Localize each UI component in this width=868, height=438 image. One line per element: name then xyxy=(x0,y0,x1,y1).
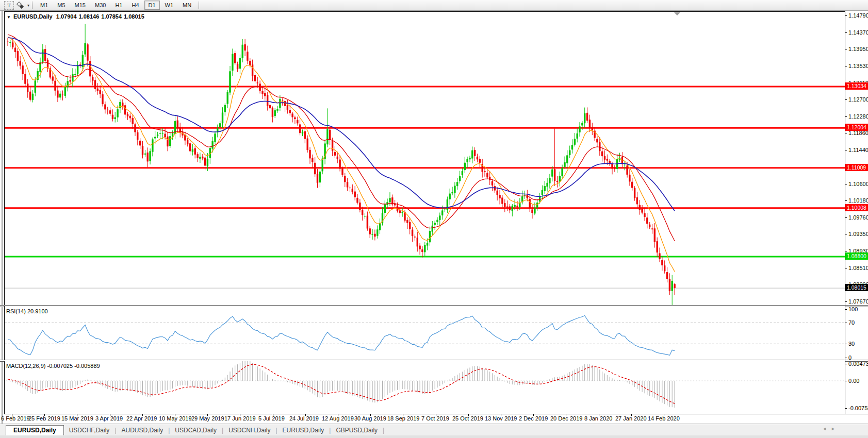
price-tick-label: 1.10180 xyxy=(848,197,868,204)
tab-separator: | xyxy=(383,427,384,434)
collapse-triangle-icon[interactable]: ▼ xyxy=(7,15,11,20)
quote-high: 1.08146 xyxy=(79,13,100,20)
axis-tick xyxy=(845,184,847,184)
axis-tick xyxy=(845,32,847,33)
timeframe-button-m5[interactable]: M5 xyxy=(53,1,69,10)
timeframe-button-h4[interactable]: H4 xyxy=(127,1,143,10)
date-label: 2 Dec 2019 xyxy=(519,415,548,422)
axis-tick xyxy=(845,358,847,358)
rsi-tick-label: 100 xyxy=(848,306,868,313)
price-tick-label: 1.10600 xyxy=(848,181,868,188)
axis-tick xyxy=(845,408,847,409)
price-axis-line xyxy=(845,11,845,414)
date-label: 17 Jun 2019 xyxy=(224,415,256,422)
current-price-label: 1.08015 xyxy=(845,284,868,291)
timeframe-buttons: M1M5M15M30H1H4D1W1MN xyxy=(36,1,196,10)
date-label: 25 Feb 2019 xyxy=(28,415,60,422)
chart-left-border xyxy=(2,10,3,435)
timeframe-button-m15[interactable]: M15 xyxy=(71,1,90,10)
level-price-label: 1.12004 xyxy=(845,124,868,131)
axis-tick xyxy=(845,344,847,344)
timeframe-button-mn[interactable]: MN xyxy=(178,1,195,10)
chart-tab-audusd-2[interactable]: AUDUSD,Daily xyxy=(117,426,169,435)
axis-tick xyxy=(845,133,847,133)
tab-scroll-arrows[interactable]: ◄► xyxy=(822,426,840,431)
price-chart-pane[interactable] xyxy=(4,11,845,306)
axis-tick xyxy=(845,323,847,323)
axis-tick xyxy=(845,381,847,381)
chart-tab-usdcnh-4[interactable]: USDCNH,Daily xyxy=(223,426,275,435)
text-label-tool-icon[interactable]: T xyxy=(4,1,14,10)
rsi-tick-label: 70 xyxy=(848,319,868,326)
price-tick-label: 1.07670 xyxy=(848,298,868,305)
bottom-strip xyxy=(0,435,868,438)
date-label: 30 Aug 2019 xyxy=(354,415,386,422)
price-tick-label: 1.12280 xyxy=(848,113,868,120)
date-label: 7 Oct 2019 xyxy=(421,415,449,422)
date-label: 8 Jan 2020 xyxy=(584,415,612,422)
quote-open: 1.07904 xyxy=(56,13,77,20)
date-label: 10 May 2019 xyxy=(159,415,192,422)
timeframe-button-w1[interactable]: W1 xyxy=(161,1,178,10)
symbol-period: EURUSD,Daily xyxy=(13,13,53,20)
rsi-tick-label: 30 xyxy=(848,341,868,347)
date-label: 24 Jul 2019 xyxy=(289,415,319,422)
date-label: 22 Apr 2019 xyxy=(126,415,157,422)
diamonds-icon xyxy=(15,2,25,9)
macd-tick-label: 0.00 xyxy=(848,378,868,384)
chart-tab-bar: EURUSD,DailyUSDCHF,Daily|AUDUSD,Daily|US… xyxy=(0,424,868,436)
level-price-label: 1.13034 xyxy=(845,82,868,90)
chart-tab-eurusd-0[interactable]: EURUSD,Daily xyxy=(6,425,64,435)
level-price-label: 1.08800 xyxy=(845,252,868,260)
arrow-objects-icon[interactable] xyxy=(15,1,25,9)
toolbar: T ▾ M1M5M15M30H1H4D1W1MN xyxy=(0,0,868,11)
date-label: 20 Dec 2019 xyxy=(550,415,582,422)
date-label: 13 Nov 2019 xyxy=(485,415,517,422)
axis-tick xyxy=(845,200,847,201)
timeframe-button-h1[interactable]: H1 xyxy=(111,1,126,10)
chart-tab-usdchf-1[interactable]: USDCHF,Daily xyxy=(64,426,115,435)
axis-tick xyxy=(845,364,847,364)
price-tick-label: 1.09760 xyxy=(848,214,868,221)
timeframe-button-m1[interactable]: M1 xyxy=(36,1,52,10)
timeframe-button-d1[interactable]: D1 xyxy=(144,1,160,10)
date-label: 27 Jan 2020 xyxy=(615,415,647,422)
level-price-label: 1.10008 xyxy=(845,204,868,211)
macd-indicator-label: MACD(12,26,9) -0.007025 -0.005889 xyxy=(6,363,100,369)
price-tick-label: 1.11440 xyxy=(848,147,868,154)
quote-close: 1.08015 xyxy=(124,13,144,20)
axis-tick xyxy=(845,116,847,117)
date-label: 18 Sep 2019 xyxy=(387,415,419,422)
rsi-indicator-pane[interactable] xyxy=(4,306,845,360)
axis-tick xyxy=(845,309,847,310)
axis-tick xyxy=(845,66,847,66)
objects-dropdown-caret[interactable]: ▾ xyxy=(27,3,29,8)
axis-tick xyxy=(845,268,847,268)
chart-tab-gbpusd-6[interactable]: GBPUSD,Daily xyxy=(331,426,383,435)
date-label: 14 Feb 2020 xyxy=(648,415,680,422)
chart-shift-marker xyxy=(674,12,680,15)
axis-tick xyxy=(845,301,847,302)
date-label: 3 Apr 2019 xyxy=(95,415,123,422)
date-label: 29 May 2019 xyxy=(191,415,224,422)
date-label: 12 Aug 2019 xyxy=(322,415,354,422)
rsi-indicator-label: RSI(14) 20.9100 xyxy=(6,308,48,314)
chart-tab-eurusd-5[interactable]: EURUSD,Daily xyxy=(277,426,330,435)
date-label: 25 Oct 2019 xyxy=(452,415,483,422)
macd-indicator-pane[interactable] xyxy=(4,361,845,414)
axis-tick xyxy=(845,49,847,49)
date-label: 6 Feb 2019 xyxy=(1,415,30,422)
axis-tick xyxy=(845,15,847,16)
toolbar-separator xyxy=(199,2,200,9)
toolbar-separator xyxy=(32,2,33,9)
axis-tick xyxy=(845,217,847,218)
chart-title: ▼EURUSD,Daily 1.079041.081461.078541.080… xyxy=(7,13,146,20)
price-tick-label: 1.14370 xyxy=(848,29,868,36)
axis-tick xyxy=(845,150,847,150)
level-price-label: 1.11009 xyxy=(845,164,868,171)
price-tick-label: 1.13950 xyxy=(848,46,868,53)
mt4-window: T ▾ M1M5M15M30H1H4D1W1MN ▼EURUSD,Daily 1… xyxy=(0,0,868,438)
chart-tab-usdcad-3[interactable]: USDCAD,Daily xyxy=(170,426,222,435)
axis-tick xyxy=(845,251,847,251)
timeframe-button-m30[interactable]: M30 xyxy=(91,1,110,10)
